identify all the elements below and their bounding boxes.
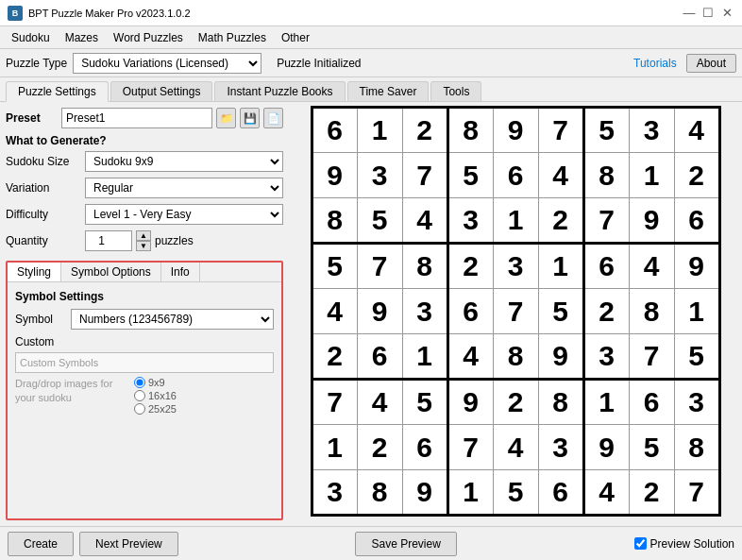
save-preview-button[interactable]: Save Preview	[355, 532, 456, 556]
table-row: 4	[538, 153, 583, 198]
menu-other[interactable]: Other	[274, 29, 317, 46]
menu-mazes[interactable]: Mazes	[58, 29, 106, 46]
preset-saveas-button[interactable]: 📄	[263, 108, 283, 128]
symbol-settings-header: Symbol Settings	[15, 290, 274, 303]
table-row: 2	[447, 244, 493, 289]
table-row: 8	[312, 198, 357, 244]
table-row: 8	[402, 244, 447, 289]
custom-label: Custom	[15, 335, 274, 348]
inner-content: Symbol Settings Symbol Numbers (12345678…	[8, 282, 281, 422]
puzzles-label: puzzles	[155, 234, 194, 247]
table-row: 1	[312, 425, 357, 470]
table-row: 2	[674, 153, 719, 198]
symbol-select[interactable]: Numbers (123456789)	[71, 309, 274, 330]
puzzle-initialized-label: Puzzle Initialized	[277, 57, 361, 70]
toolbar-right: Tutorials About	[630, 54, 736, 73]
table-row: 6	[629, 380, 674, 425]
table-row: 4	[312, 289, 357, 334]
puzzle-type-select[interactable]: Sudoku Variations (Licensed)	[73, 53, 261, 74]
table-row: 8	[538, 380, 583, 425]
table-row: 9	[583, 425, 629, 470]
toolbar-left: Puzzle Type Sudoku Variations (Licensed)…	[6, 53, 362, 74]
quantity-up-button[interactable]: ▲	[136, 230, 151, 241]
table-row: 1	[583, 380, 629, 425]
table-row: 8	[674, 425, 719, 470]
table-row: 6	[493, 153, 538, 198]
what-to-generate-header: What to Generate?	[6, 134, 283, 147]
table-row: 2	[629, 470, 674, 516]
table-row: 2	[357, 425, 402, 470]
preview-solution-checkbox[interactable]	[634, 537, 647, 550]
table-row: 3	[538, 425, 583, 470]
sudoku-grid: 6128975349375648128543127965782316494936…	[311, 106, 721, 517]
preset-folder-button[interactable]: 📁	[216, 108, 236, 128]
about-button[interactable]: About	[686, 54, 736, 73]
main-content: Preset 📁 💾 📄 What to Generate? Sudoku Si…	[0, 102, 742, 526]
table-row: 9	[447, 380, 493, 425]
table-row: 4	[493, 425, 538, 470]
preset-input[interactable]	[61, 108, 212, 128]
table-row: 1	[447, 470, 493, 516]
next-preview-button[interactable]: Next Preview	[79, 532, 178, 556]
tab-puzzle-settings[interactable]: Puzzle Settings	[6, 81, 109, 102]
preview-solution-checkbox-label[interactable]: Preview Solution	[634, 537, 734, 551]
table-row: 6	[357, 334, 402, 380]
table-row: 9	[629, 198, 674, 244]
table-row: 2	[402, 108, 447, 153]
create-button[interactable]: Create	[8, 532, 74, 556]
tab-time-saver[interactable]: Time Saver	[347, 81, 430, 101]
difficulty-select[interactable]: Level 1 - Very Easy	[85, 204, 283, 225]
title-text: BPT Puzzle Maker Pro v2023.1.0.2	[28, 8, 191, 19]
table-row: 6	[402, 425, 447, 470]
quantity-input[interactable]	[85, 230, 132, 251]
left-panel: Preset 📁 💾 📄 What to Generate? Sudoku Si…	[0, 102, 289, 526]
tab-output-settings[interactable]: Output Settings	[110, 81, 213, 101]
sudoku-size-select[interactable]: Sudoku 9x9	[85, 151, 283, 172]
tab-instant-puzzle-books[interactable]: Instant Puzzle Books	[214, 81, 345, 101]
table-row: 7	[447, 425, 493, 470]
radio-16x16[interactable]: 16x16	[134, 390, 177, 401]
minimize-button[interactable]: —	[682, 6, 697, 21]
table-row: 3	[493, 244, 538, 289]
preset-save-button[interactable]: 💾	[240, 108, 260, 128]
inner-tab-styling[interactable]: Styling	[8, 263, 61, 281]
radio-9x9[interactable]: 9x9	[134, 377, 177, 388]
toolbar-row: Puzzle Type Sudoku Variations (Licensed)…	[0, 49, 742, 77]
menu-sudoku[interactable]: Sudoku	[4, 29, 58, 46]
table-row: 2	[493, 380, 538, 425]
variation-select[interactable]: Regular	[85, 178, 283, 198]
table-row: 4	[357, 380, 402, 425]
tab-tools[interactable]: Tools	[430, 81, 481, 101]
maximize-button[interactable]: ☐	[700, 6, 716, 21]
close-button[interactable]: ✕	[719, 6, 734, 21]
table-row: 6	[538, 470, 583, 516]
puzzle-type-label: Puzzle Type	[6, 57, 67, 70]
table-row: 1	[629, 153, 674, 198]
table-row: 7	[538, 108, 583, 153]
menu-math-puzzles[interactable]: Math Puzzles	[191, 29, 274, 46]
table-row: 1	[674, 289, 719, 334]
table-row: 3	[583, 334, 629, 380]
bottom-left: Create Next Preview	[8, 532, 178, 556]
table-row: 5	[538, 289, 583, 334]
inner-tab-symbol-options[interactable]: Symbol Options	[61, 263, 161, 281]
quantity-spinner: ▲ ▼	[136, 230, 151, 251]
radio-25x25[interactable]: 25x25	[134, 403, 177, 415]
table-row: 4	[402, 198, 447, 244]
app-icon: B	[8, 6, 23, 21]
table-row: 7	[312, 380, 357, 425]
table-row: 8	[583, 153, 629, 198]
table-row: 9	[538, 334, 583, 380]
table-row: 8	[493, 334, 538, 380]
table-row: 5	[357, 198, 402, 244]
table-row: 5	[447, 153, 493, 198]
inner-tab-info[interactable]: Info	[161, 263, 200, 281]
tutorials-button[interactable]: Tutorials	[630, 54, 681, 73]
quantity-down-button[interactable]: ▼	[136, 241, 151, 251]
menu-word-puzzles[interactable]: Word Puzzles	[106, 29, 191, 46]
custom-symbols-placeholder: Custom Symbols	[15, 352, 274, 373]
table-row: 7	[629, 334, 674, 380]
table-row: 7	[583, 198, 629, 244]
main-tabs-row: Puzzle Settings Output Settings Instant …	[0, 77, 742, 102]
inner-panel: Styling Symbol Options Info Symbol Setti…	[6, 261, 283, 520]
